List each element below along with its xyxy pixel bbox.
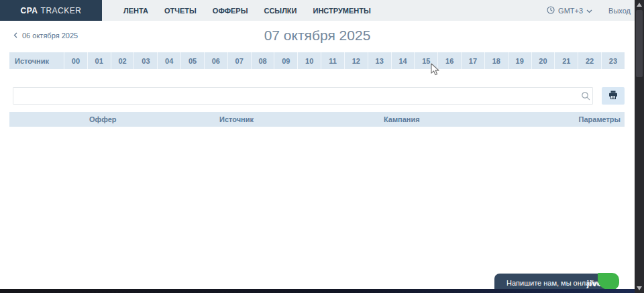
page-title: 07 октября 2025 <box>0 27 635 44</box>
hour-cell: 18 <box>484 52 508 69</box>
vertical-scrollbar[interactable] <box>635 0 644 293</box>
hour-cell: 21 <box>554 52 578 69</box>
search-icon <box>581 91 590 101</box>
hour-cell: 10 <box>297 52 321 69</box>
hour-cell: 16 <box>437 52 461 69</box>
scroll-down-arrow[interactable] <box>635 284 644 293</box>
search-input[interactable] <box>13 87 593 105</box>
top-navigation-bar: CPA TRACKER ЛЕНТАОТЧЕТЫОФФЕРЫССЫЛКИИНСТР… <box>0 0 635 21</box>
hour-cell: 14 <box>391 52 415 69</box>
bottom-edge-strip <box>0 289 635 293</box>
hours-header-row: Источник 0001020304050607080910111213141… <box>9 52 625 69</box>
menu-item-1[interactable]: ОТЧЕТЫ <box>159 7 202 15</box>
hour-cell: 20 <box>531 52 555 69</box>
hour-cell: 02 <box>111 52 134 69</box>
menu-item-0[interactable]: ЛЕНТА <box>118 7 154 15</box>
hour-cell: 22 <box>578 52 601 69</box>
logout-button[interactable]: Выход <box>608 7 631 15</box>
chevron-down-icon <box>586 7 592 15</box>
links-table-header: ОфферИсточникКампанияПараметры <box>9 112 625 127</box>
hours-row-cells: 0001020304050607080910111213141516171819… <box>64 52 625 69</box>
column-header-1: Оффер <box>89 115 219 123</box>
hours-source-label: Источник <box>9 52 64 69</box>
hour-cell: 11 <box>321 52 344 69</box>
print-icon <box>608 91 618 101</box>
hour-cell: 08 <box>251 52 274 69</box>
hour-cell: 15 <box>414 52 437 69</box>
app-viewport: CPA TRACKER ЛЕНТАОТЧЕТЫОФФЕРЫССЫЛКИИНСТР… <box>0 0 644 293</box>
hour-cell: 09 <box>274 52 297 69</box>
column-header-4: Параметры <box>579 115 625 123</box>
timezone-dropdown[interactable]: GMT+3 <box>547 6 592 15</box>
hour-cell: 01 <box>87 52 111 69</box>
topbar-right: GMT+3 Выход <box>547 0 631 21</box>
scrollbar-thumb[interactable] <box>636 10 643 77</box>
print-button[interactable] <box>602 87 625 105</box>
main-menu: ЛЕНТАОТЧЕТЫОФФЕРЫССЫЛКИИНСТРУМЕНТЫ <box>115 0 379 21</box>
page: CPA TRACKER ЛЕНТАОТЧЕТЫОФФЕРЫССЫЛКИИНСТР… <box>0 0 635 293</box>
hour-cell: 19 <box>508 52 531 69</box>
brand-light: TRACKER <box>41 6 82 15</box>
scroll-up-arrow[interactable] <box>635 0 644 9</box>
menu-item-2[interactable]: ОФФЕРЫ <box>207 7 254 15</box>
app-logo[interactable]: CPA TRACKER <box>0 0 102 21</box>
hour-cell: 05 <box>180 52 204 69</box>
hour-cell: 13 <box>368 52 391 69</box>
hour-cell: 00 <box>64 52 87 69</box>
hour-cell: 06 <box>204 52 227 69</box>
clock-icon <box>547 6 555 15</box>
column-header-3: Кампания <box>384 115 579 123</box>
hour-cell: 03 <box>133 52 157 69</box>
hour-cell: 04 <box>157 52 180 69</box>
hour-cell: 23 <box>601 52 625 69</box>
timezone-label: GMT+3 <box>558 7 583 15</box>
menu-item-3[interactable]: ССЫЛКИ <box>258 7 302 15</box>
hour-cell: 17 <box>461 52 484 69</box>
menu-item-4[interactable]: ИНСТРУМЕНТЫ <box>307 7 376 15</box>
brand-bold: CPA <box>21 6 38 15</box>
hour-cell: 07 <box>227 52 251 69</box>
column-header-2: Источник <box>219 115 384 123</box>
hour-cell: 12 <box>344 52 368 69</box>
